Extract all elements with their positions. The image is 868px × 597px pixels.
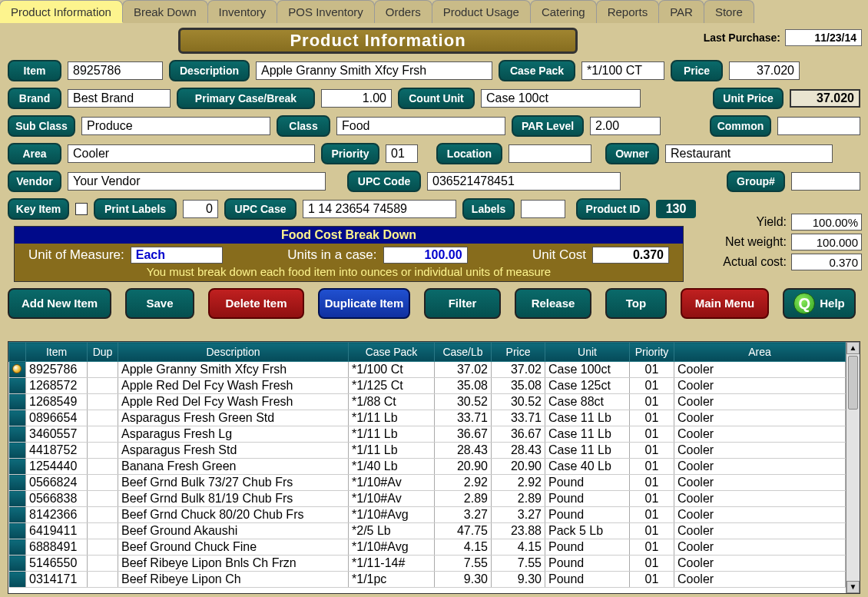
primary-case-break-input[interactable] [321, 89, 392, 108]
cell[interactable]: Pound [545, 507, 630, 523]
cell[interactable]: Cooler [674, 459, 846, 475]
cell[interactable]: Cooler [674, 362, 846, 378]
description-button[interactable]: Description [169, 60, 250, 81]
cell[interactable]: Cooler [674, 394, 846, 410]
cell[interactable]: Pound [545, 475, 630, 491]
sub-class-input[interactable] [81, 117, 270, 135]
col-header-priority[interactable]: Priority [630, 343, 674, 362]
cell[interactable]: Pound [545, 556, 630, 572]
cell[interactable]: 3.27 [435, 507, 492, 523]
case-pack-input[interactable] [581, 61, 664, 80]
cell[interactable] [88, 523, 118, 539]
cell[interactable]: 01 [630, 394, 674, 410]
location-button[interactable]: Location [436, 143, 502, 164]
cell[interactable]: 3460557 [26, 426, 88, 443]
cell[interactable]: 47.75 [435, 523, 492, 539]
help-button[interactable]: Q Help [783, 288, 856, 319]
count-unit-input[interactable] [481, 89, 641, 108]
cell[interactable]: Cooler [674, 572, 846, 588]
cell[interactable] [88, 491, 118, 507]
cell[interactable]: 20.90 [492, 459, 545, 475]
cell[interactable]: 01 [630, 539, 674, 556]
cell[interactable]: *1/125 Ct [349, 378, 435, 394]
table-row[interactable]: 0896654Asparagus Fresh Green Std*1/11 Lb… [9, 410, 846, 426]
cell[interactable]: 8142366 [26, 507, 88, 523]
table-row[interactable]: 0566824Beef Grnd Bulk 73/27 Chub Frs*1/1… [9, 475, 846, 491]
cell[interactable]: 3.27 [492, 507, 545, 523]
cell[interactable]: *2/5 Lb [349, 523, 435, 539]
release-button[interactable]: Release [515, 288, 591, 319]
table-row[interactable]: 1268572Apple Red Del Fcy Wash Fresh*1/12… [9, 378, 846, 394]
common-input[interactable] [777, 117, 860, 135]
cell[interactable]: 36.67 [435, 426, 492, 443]
table-row[interactable]: 4418752Asparagus Fresh Std*1/11 Lb28.432… [9, 443, 846, 459]
cell[interactable]: Cooler [674, 410, 846, 426]
cell[interactable]: Asparagus Fresh Lg [118, 426, 349, 443]
cell[interactable]: *1/40 Lb [349, 459, 435, 475]
cell[interactable] [88, 426, 118, 443]
cell[interactable]: 36.67 [492, 426, 545, 443]
tab-store[interactable]: Store [704, 0, 754, 23]
cell[interactable] [88, 443, 118, 459]
cell[interactable]: *1/11 Lb [349, 443, 435, 459]
cell[interactable]: 6419411 [26, 523, 88, 539]
tab-product-information[interactable]: Product Information [0, 0, 123, 23]
cell[interactable]: 01 [630, 459, 674, 475]
item-input[interactable] [68, 61, 163, 80]
tab-par[interactable]: PAR [658, 0, 704, 23]
cell[interactable]: 37.02 [435, 362, 492, 378]
col-header-area[interactable]: Area [674, 343, 846, 362]
cell[interactable] [9, 426, 26, 443]
area-input[interactable] [68, 144, 315, 163]
cell[interactable]: *1/10#Avg [349, 507, 435, 523]
cell[interactable] [88, 362, 118, 378]
table-row[interactable]: 0566838Beef Grnd Bulk 81/19 Chub Frs*1/1… [9, 491, 846, 507]
uom-input[interactable] [131, 247, 223, 264]
cell[interactable] [9, 491, 26, 507]
scroll-down-icon[interactable]: ▼ [846, 581, 860, 593]
upc-case-input[interactable] [303, 200, 456, 218]
col-header-marker[interactable] [9, 343, 26, 362]
cell[interactable]: 01 [630, 556, 674, 572]
table-row[interactable]: 0314171Beef Ribeye Lipon Ch*1/1pc9.309.3… [9, 572, 846, 588]
cell[interactable] [9, 378, 26, 394]
cell[interactable]: *1/10#Av [349, 475, 435, 491]
tab-product-usage[interactable]: Product Usage [432, 0, 531, 23]
cell[interactable] [9, 459, 26, 475]
cell[interactable]: *1/88 Ct [349, 394, 435, 410]
upc-code-button[interactable]: UPC Code [347, 171, 421, 192]
brand-input[interactable] [68, 89, 171, 108]
col-header-unit[interactable]: Unit [545, 343, 630, 362]
labels-button[interactable]: Labels [462, 198, 515, 220]
cell[interactable]: Case 100ct [545, 362, 630, 378]
cell[interactable]: 9.30 [492, 572, 545, 588]
cell[interactable]: 01 [630, 572, 674, 588]
col-header-dup[interactable]: Dup [88, 343, 118, 362]
tab-inventory[interactable]: Inventory [207, 0, 278, 23]
cell[interactable]: Apple Granny Smith Xfcy Frsh [118, 362, 349, 378]
cell[interactable]: Cooler [674, 378, 846, 394]
cell[interactable] [9, 362, 26, 378]
cell[interactable]: 4.15 [435, 539, 492, 556]
cell[interactable]: 20.90 [435, 459, 492, 475]
vendor-button[interactable]: Vendor [8, 171, 61, 192]
cell[interactable]: 9.30 [435, 572, 492, 588]
price-input[interactable] [729, 61, 800, 80]
description-input[interactable] [256, 61, 492, 80]
cell[interactable]: Asparagus Fresh Green Std [118, 410, 349, 426]
cell[interactable]: Beef Grnd Bulk 81/19 Chub Frs [118, 491, 349, 507]
cell[interactable]: Pack 5 Lb [545, 523, 630, 539]
cell[interactable]: 4.15 [492, 539, 545, 556]
cell[interactable]: 28.43 [435, 443, 492, 459]
col-header-description[interactable]: Description [118, 343, 349, 362]
cell[interactable]: Cooler [674, 556, 846, 572]
table-row[interactable]: 6419411Beef Ground Akaushi*2/5 Lb47.7523… [9, 523, 846, 539]
tab-catering[interactable]: Catering [530, 0, 597, 23]
cell[interactable]: 01 [630, 362, 674, 378]
common-button[interactable]: Common [710, 115, 771, 137]
cell[interactable]: 7.55 [435, 556, 492, 572]
cell[interactable]: Apple Red Del Fcy Wash Fresh [118, 378, 349, 394]
cell[interactable] [88, 539, 118, 556]
tab-orders[interactable]: Orders [374, 0, 432, 23]
print-labels-input[interactable] [183, 200, 218, 218]
